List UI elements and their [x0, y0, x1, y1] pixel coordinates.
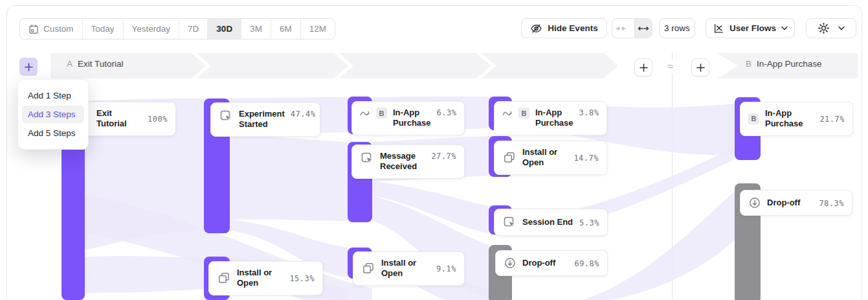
copy-icon: [361, 261, 375, 275]
eye-off-icon: [530, 23, 542, 34]
flow-node-label: Message Received: [380, 151, 425, 172]
flow-node-label: Install or Open: [237, 268, 284, 289]
panel-divider: [672, 52, 673, 300]
step-a-title: Exit Tutorial: [78, 59, 124, 69]
date-range-label: Today: [91, 24, 115, 34]
date-range-label: Custom: [43, 24, 74, 34]
flow-node-label: In-App Purchase: [765, 108, 814, 130]
pointer-icon: [219, 109, 233, 123]
flow-node-label: Install or Open: [522, 147, 568, 168]
flow-node-value: 100%: [148, 114, 168, 124]
step-b-title: In-App Purchase: [757, 59, 822, 69]
b-badge: B: [376, 108, 387, 119]
hide-events-label: Hide Events: [548, 23, 597, 33]
hop-icon: [502, 108, 513, 117]
flow-node-label: Drop-off: [767, 198, 800, 208]
date-range-3m[interactable]: 3M: [241, 19, 271, 39]
flow-node-label: Exit Tutorial: [96, 108, 142, 130]
date-range-label: 3M: [250, 24, 262, 34]
date-range-label: 6M: [280, 24, 292, 34]
flow-node-card-drop-off-b[interactable]: Drop-off78.3%: [740, 190, 852, 216]
flow-node-card-in-app-purchase-step3[interactable]: BIn-App Purchase6.3%: [351, 101, 465, 135]
add-step-end-button[interactable]: [634, 58, 652, 76]
flow-node-card-in-app-purchase-step4[interactable]: BIn-App Purchase3.8%: [494, 101, 607, 135]
date-range-12m[interactable]: 12M: [300, 19, 335, 39]
date-range-30d[interactable]: 30D: [207, 19, 241, 39]
view-selector-label: User Flows: [729, 23, 776, 33]
flow-node-label: In-App Purchase: [393, 108, 431, 129]
date-range-6m[interactable]: 6M: [271, 19, 300, 39]
flow-node-label: Experiment Started: [239, 109, 285, 130]
flow-node-value: 27.7%: [431, 151, 456, 161]
date-range-label: 30D: [216, 24, 232, 34]
flow-node-card-session-end[interactable]: Session End5.3%: [494, 209, 608, 236]
menu-item-add-5-steps[interactable]: Add 5 Steps: [22, 124, 84, 142]
flow-node-label: In-App Purchase: [535, 108, 573, 129]
expand-icon: [638, 25, 649, 32]
user-flows-app: A Exit Tutorial B In-App Purchase ≈ Cust…: [0, 0, 868, 300]
flow-node-label: Drop-off: [522, 258, 555, 268]
flow-node-value: 78.3%: [819, 198, 844, 208]
flow-node-value: 5.3%: [579, 218, 599, 227]
hide-events-button[interactable]: Hide Events: [521, 18, 607, 38]
flow-node-card-drop-off-step4[interactable]: Drop-off69.8%: [495, 250, 608, 276]
flow-node-value: 14.7%: [573, 153, 599, 163]
b-badge: B: [748, 113, 759, 124]
menu-item-add-3-steps[interactable]: Add 3 Steps: [22, 106, 84, 123]
add-step-button[interactable]: [19, 58, 38, 76]
flow-node-card-experiment-started[interactable]: Experiment Started47.4%: [210, 102, 320, 137]
date-range-label: 7D: [188, 24, 199, 34]
step-b-badge: B: [746, 59, 751, 69]
pointer-icon: [502, 215, 517, 229]
date-range-toolbar: CustomTodayYesterday7D30D3M6M12M: [19, 18, 335, 40]
hop-icon: [360, 108, 370, 117]
rows-label: 3 rows: [664, 23, 690, 33]
flow-node-label: Install or Open: [381, 258, 430, 279]
date-range-7d[interactable]: 7D: [179, 19, 207, 39]
collapse-columns-button[interactable]: [612, 19, 629, 38]
rows-button[interactable]: 3 rows: [659, 18, 695, 38]
date-range-today[interactable]: Today: [82, 19, 123, 39]
flow-node-value: 15.3%: [289, 273, 315, 283]
date-range-label: Yesterday: [132, 24, 171, 34]
chevron-down-icon: [838, 26, 845, 30]
date-range-label: 12M: [309, 24, 326, 34]
menu-item-add-1-step[interactable]: Add 1 Step: [22, 87, 84, 104]
step-b-header[interactable]: B In-App Purchase: [746, 59, 822, 69]
user-flows-icon: [713, 23, 724, 34]
copy-icon: [217, 271, 231, 285]
copy-icon: [502, 150, 517, 165]
add-steps-menu: Add 1 StepAdd 3 StepsAdd 5 Steps: [17, 79, 89, 150]
flow-node-card-install-or-open-step3[interactable]: Install or Open9.1%: [353, 251, 465, 286]
pointer-icon: [360, 151, 374, 165]
approx-icon: ≈: [667, 60, 674, 73]
view-selector-button[interactable]: User Flows: [706, 18, 795, 38]
flow-node-label: Session End: [522, 217, 573, 227]
calendar-icon: [28, 24, 39, 34]
expand-columns-button[interactable]: [634, 19, 652, 38]
flow-node-value: 6.3%: [437, 108, 457, 117]
step-a-header[interactable]: A Exit Tutorial: [67, 59, 124, 69]
collapse-icon: [616, 25, 626, 32]
flow-node-value: 69.8%: [574, 259, 599, 268]
flow-node-card-install-or-open-step2[interactable]: Install or Open15.3%: [208, 261, 323, 295]
drop-off-icon: [504, 257, 517, 270]
flow-node-value: 9.1%: [436, 264, 456, 273]
b-badge: B: [518, 108, 529, 119]
flow-node-card-message-received[interactable]: Message Received27.7%: [351, 144, 465, 179]
date-range-yesterday[interactable]: Yesterday: [123, 19, 179, 39]
gear-icon: [818, 22, 830, 34]
flow-node-card-in-app-purchase-b[interactable]: BIn-App Purchase21.7%: [740, 102, 853, 136]
flow-node-value: 3.8%: [579, 108, 599, 117]
flow-node-value: 21.7%: [819, 114, 845, 124]
drop-off-icon: [748, 196, 761, 209]
date-range-custom[interactable]: Custom: [20, 19, 82, 39]
settings-button[interactable]: [806, 18, 856, 38]
column-width-toggle: [612, 18, 652, 38]
flow-node-card-install-or-open-step4[interactable]: Install or Open14.7%: [494, 141, 607, 175]
flow-node-value: 47.4%: [291, 109, 316, 119]
chevron-down-icon: [781, 26, 788, 30]
add-step-b-button[interactable]: [691, 58, 709, 76]
step-a-badge: A: [67, 59, 72, 69]
